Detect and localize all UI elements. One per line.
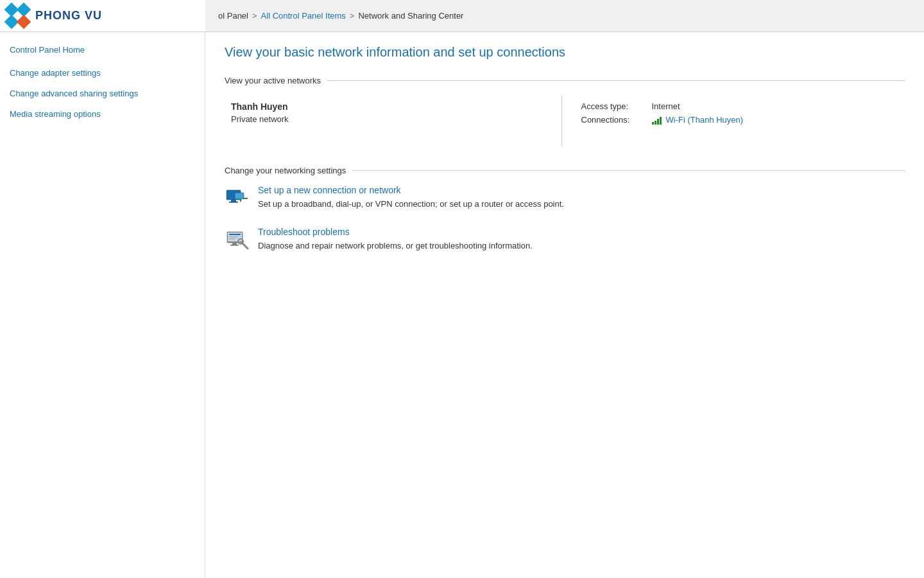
network-name: Thanh Huyen <box>231 101 549 112</box>
svg-rect-9 <box>229 236 238 238</box>
sidebar-item-media-streaming[interactable]: Media streaming options <box>10 109 195 120</box>
troubleshoot-svg <box>226 228 249 251</box>
troubleshoot-text: Troubleshoot problems Diagnose and repai… <box>258 227 905 252</box>
network-type: Private network <box>231 114 549 124</box>
troubleshoot-item: Troubleshoot problems Diagnose and repai… <box>225 227 905 252</box>
main-layout: Control Panel Home Change adapter settin… <box>0 32 924 578</box>
access-type-label: Access type: <box>581 101 652 111</box>
logo-icon <box>6 4 29 27</box>
troubleshoot-link[interactable]: Troubleshoot problems <box>258 227 905 237</box>
network-right: Access type: Internet Connections: Wi-Fi… <box>562 95 905 146</box>
new-connection-link[interactable]: Set up a new connection or network <box>258 185 905 195</box>
sidebar: Control Panel Home Change adapter settin… <box>0 32 205 578</box>
svg-rect-1 <box>231 200 236 202</box>
svg-rect-5 <box>235 193 244 199</box>
network-left: Thanh Huyen Private network <box>225 95 562 146</box>
networking-settings-header: Change your networking settings <box>225 166 905 175</box>
access-type-row: Access type: Internet <box>581 101 899 111</box>
breadcrumb-sep-1: > <box>252 11 257 21</box>
access-type-value: Internet <box>652 101 680 111</box>
svg-rect-10 <box>229 238 235 240</box>
breadcrumb-part-2[interactable]: All Control Panel Items <box>261 11 346 21</box>
troubleshoot-desc: Diagnose and repair network problems, or… <box>258 241 533 250</box>
breadcrumb-part-1: ol Panel <box>218 11 248 21</box>
sidebar-item-control-panel-home[interactable]: Control Panel Home <box>10 45 195 55</box>
logo-text: PHONG VU <box>35 9 102 22</box>
breadcrumb-part-3: Network and Sharing Center <box>358 11 463 21</box>
new-connection-icon <box>225 185 250 211</box>
svg-rect-8 <box>229 234 241 235</box>
content-area: View your basic network information and … <box>205 32 924 578</box>
breadcrumb: ol Panel > All Control Panel Items > Net… <box>205 0 924 31</box>
troubleshoot-icon <box>225 227 250 252</box>
new-connection-desc: Set up a broadband, dial-up, or VPN conn… <box>258 199 564 209</box>
connections-row: Connections: Wi-Fi (Thanh Huyen) <box>581 115 899 125</box>
logo-area: PHONG VU <box>0 0 205 31</box>
new-connection-item: Set up a new connection or network Set u… <box>225 185 905 211</box>
networking-settings-label: Change your networking settings <box>225 166 346 175</box>
svg-rect-2 <box>229 202 238 203</box>
svg-rect-11 <box>232 243 237 245</box>
connections-label: Connections: <box>581 115 652 125</box>
top-bar: PHONG VU ol Panel > All Control Panel It… <box>0 0 924 32</box>
new-connection-text: Set up a new connection or network Set u… <box>258 185 905 210</box>
networking-settings: Change your networking settings <box>225 166 905 252</box>
wifi-bars-icon <box>652 116 662 125</box>
sidebar-item-adapter-settings[interactable]: Change adapter settings <box>10 67 195 79</box>
new-connection-svg <box>226 186 249 209</box>
active-networks-panel: Thanh Huyen Private network Access type:… <box>225 95 905 146</box>
svg-rect-12 <box>230 245 239 246</box>
active-networks-header: View your active networks <box>225 76 905 85</box>
wifi-connection-name: Wi-Fi (Thanh Huyen) <box>666 115 744 125</box>
wifi-connection-link[interactable]: Wi-Fi (Thanh Huyen) <box>652 115 744 125</box>
breadcrumb-sep-2: > <box>350 11 355 21</box>
sidebar-item-advanced-sharing[interactable]: Change advanced sharing settings <box>10 88 195 100</box>
page-title: View your basic network information and … <box>225 45 905 60</box>
active-networks-label: View your active networks <box>225 76 321 85</box>
